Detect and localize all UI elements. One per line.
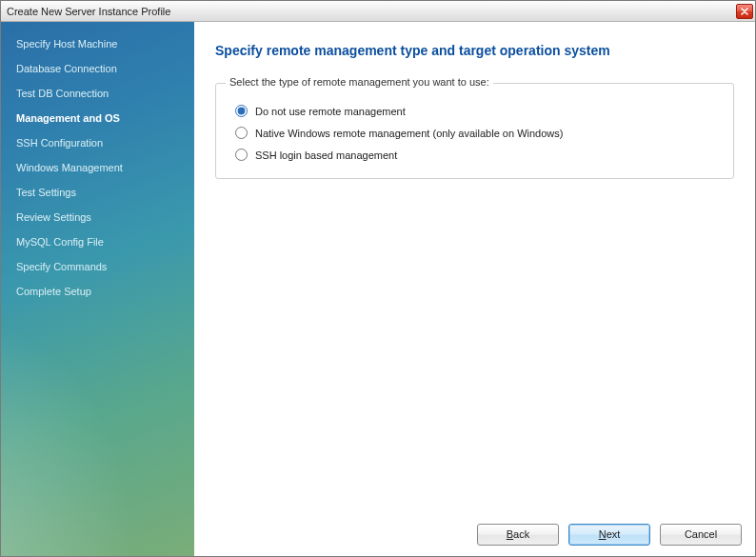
sidebar-item-complete-setup[interactable]: Complete Setup bbox=[1, 279, 194, 304]
radio-label: Native Windows remote management (only a… bbox=[255, 128, 563, 139]
radio-label: Do not use remote management bbox=[255, 106, 406, 117]
remote-management-group: Select the type of remote management you… bbox=[215, 83, 734, 179]
sidebar-item-review-settings[interactable]: Review Settings bbox=[1, 205, 194, 229]
back-label-rest: ack bbox=[513, 528, 529, 540]
group-legend: Select the type of remote management you… bbox=[226, 76, 493, 88]
wizard-footer: Back Next Cancel bbox=[194, 512, 755, 556]
radio-input-ssh[interactable] bbox=[235, 149, 248, 161]
sidebar-item-specify-host-machine[interactable]: Specify Host Machine bbox=[1, 31, 194, 56]
window-title: Create New Server Instance Profile bbox=[7, 6, 736, 17]
wizard-content: Specify remote management type and targe… bbox=[194, 22, 755, 512]
radio-option-no-remote[interactable]: Do not use remote management bbox=[235, 105, 718, 117]
next-label-rest: ext bbox=[607, 528, 621, 540]
titlebar: Create New Server Instance Profile bbox=[1, 1, 755, 22]
sidebar-item-windows-management[interactable]: Windows Management bbox=[1, 155, 194, 180]
window-body: Specify Host Machine Database Connection… bbox=[1, 22, 755, 556]
radio-label: SSH login based management bbox=[255, 149, 397, 161]
wizard-main: Specify remote management type and targe… bbox=[194, 22, 755, 556]
sidebar-item-mysql-config-file[interactable]: MySQL Config File bbox=[1, 229, 194, 254]
close-button[interactable] bbox=[736, 4, 753, 19]
radio-option-native-windows[interactable]: Native Windows remote management (only a… bbox=[235, 127, 718, 139]
page-title: Specify remote management type and targe… bbox=[215, 43, 734, 58]
wizard-window: Create New Server Instance Profile Speci… bbox=[0, 0, 756, 557]
radio-option-ssh[interactable]: SSH login based management bbox=[235, 149, 718, 161]
sidebar-item-management-and-os[interactable]: Management and OS bbox=[1, 106, 194, 130]
radio-input-native-windows[interactable] bbox=[235, 127, 248, 139]
wizard-sidebar: Specify Host Machine Database Connection… bbox=[1, 22, 194, 556]
sidebar-item-test-settings[interactable]: Test Settings bbox=[1, 180, 194, 205]
sidebar-item-ssh-configuration[interactable]: SSH Configuration bbox=[1, 130, 194, 155]
sidebar-item-test-db-connection[interactable]: Test DB Connection bbox=[1, 81, 194, 106]
back-button[interactable]: Back bbox=[477, 524, 559, 546]
next-button[interactable]: Next bbox=[568, 524, 650, 546]
sidebar-item-specify-commands[interactable]: Specify Commands bbox=[1, 254, 194, 279]
radio-input-no-remote[interactable] bbox=[235, 105, 248, 117]
close-icon bbox=[741, 8, 748, 15]
cancel-button[interactable]: Cancel bbox=[660, 524, 742, 546]
sidebar-item-database-connection[interactable]: Database Connection bbox=[1, 56, 194, 81]
